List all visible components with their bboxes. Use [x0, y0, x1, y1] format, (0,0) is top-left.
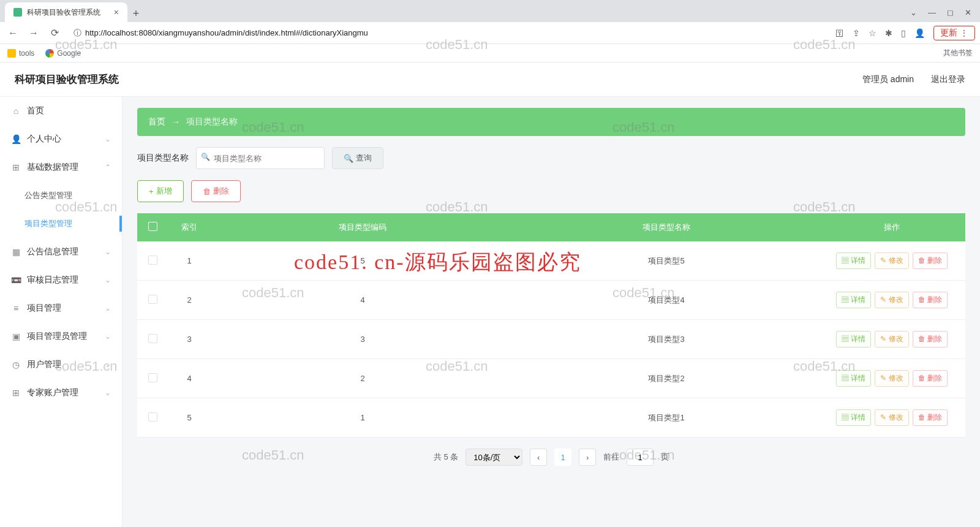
panel-icon[interactable]: ▯ — [901, 28, 906, 38]
edit-button[interactable]: ✎ 修改 — [875, 370, 908, 387]
edit-button[interactable]: ✎ 修改 — [875, 331, 908, 347]
share-icon[interactable]: ⇪ — [853, 28, 860, 38]
sidebar-item-1[interactable]: 👤个人中心⌄ — [0, 125, 122, 153]
star-icon[interactable]: ☆ — [869, 28, 876, 38]
extensions-icon[interactable]: ✱ — [885, 28, 892, 38]
bookmark-tools[interactable]: tools — [7, 49, 34, 58]
col-header: 操作 — [818, 213, 965, 241]
chevron-down-icon[interactable]: ⌄ — [910, 8, 917, 17]
sidebar-item-5[interactable]: ≡项目管理⌄ — [0, 294, 122, 322]
sidebar-item-7[interactable]: ◷用户管理⌄ — [0, 351, 122, 379]
delete-row-button[interactable]: 🗑 删除 — [913, 252, 948, 269]
goto-input[interactable] — [627, 449, 654, 466]
sidebar-item-6[interactable]: ▣项目管理员管理⌄ — [0, 322, 122, 351]
bookmark-other[interactable]: 其他书签 — [940, 48, 973, 58]
chevron-icon: ⌄ — [105, 332, 111, 341]
cell-index: 4 — [168, 359, 211, 398]
cell-name: 项目类型1 — [514, 398, 818, 438]
sidebar-subitem-1[interactable]: 项目类型管理 — [0, 210, 122, 238]
page-size-select[interactable]: 10条/页 — [466, 449, 522, 466]
row-checkbox[interactable] — [148, 295, 157, 304]
add-button[interactable]: + 新增 — [137, 180, 184, 202]
goto-suffix: 页 — [661, 452, 669, 463]
detail-button[interactable]: ▤ 详情 — [836, 370, 871, 387]
delete-row-button[interactable]: 🗑 删除 — [913, 409, 948, 426]
browser-tab[interactable]: 科研项目验收管理系统 × — [5, 2, 127, 22]
delete-row-button[interactable]: 🗑 删除 — [913, 331, 948, 347]
delete-button[interactable]: 🗑 删除 — [191, 180, 241, 202]
update-button[interactable]: 更新⋮ — [933, 26, 975, 40]
breadcrumb-home[interactable]: 首页 — [148, 116, 165, 127]
sidebar-item-label: 审核日志管理 — [27, 275, 78, 286]
minimize-icon[interactable]: — — [928, 8, 936, 17]
row-checkbox[interactable] — [148, 334, 157, 343]
forward-icon[interactable]: → — [26, 28, 42, 39]
maximize-icon[interactable]: ◻ — [947, 8, 954, 17]
close-window-icon[interactable]: ✕ — [965, 8, 971, 17]
sidebar-item-4[interactable]: 📼审核日志管理⌄ — [0, 266, 122, 294]
sidebar-item-8[interactable]: ⊞专家账户管理⌄ — [0, 379, 122, 407]
table-row: 24项目类型4▤ 详情✎ 修改🗑 删除 — [137, 281, 965, 320]
page-number[interactable]: 1 — [554, 449, 571, 466]
chevron-icon: ⌄ — [105, 360, 111, 369]
prev-page-icon[interactable]: ‹ — [530, 449, 547, 466]
sidebar-item-3[interactable]: ▦公告信息管理⌄ — [0, 238, 122, 266]
col-header: 项目类型编码 — [211, 213, 514, 241]
sidebar-subitem-0[interactable]: 公告类型管理 — [0, 181, 122, 210]
url-box[interactable]: ⓘ http://localhost:8080/xiangmuyanshou/a… — [67, 28, 831, 39]
search-button[interactable]: 🔍 查询 — [332, 147, 383, 169]
menu-icon: ⊞ — [11, 162, 21, 172]
address-bar: ← → ⟳ ⓘ http://localhost:8080/xiangmuyan… — [0, 22, 980, 44]
pagination: 共 5 条 10条/页 ‹ 1 › 前往 页 — [137, 438, 965, 477]
tab-title: 科研项目验收管理系统 — [27, 7, 100, 18]
detail-button[interactable]: ▤ 详情 — [836, 292, 871, 308]
cell-name: 项目类型5 — [514, 241, 818, 281]
sidebar-item-0[interactable]: ⌂首页 — [0, 97, 122, 125]
key-icon[interactable]: ⚿ — [835, 28, 844, 38]
reload-icon[interactable]: ⟳ — [47, 27, 62, 39]
main-content: 首页 → 项目类型名称 项目类型名称 🔍 查询 + 新增 🗑 删除 索引项目类型… — [123, 97, 980, 527]
menu-icon: ▣ — [11, 332, 21, 341]
delete-row-button[interactable]: 🗑 删除 — [913, 370, 948, 387]
bookmark-google[interactable]: Google — [45, 49, 81, 58]
url-text: http://localhost:8080/xiangmuyanshou/adm… — [85, 28, 368, 37]
detail-button[interactable]: ▤ 详情 — [836, 331, 871, 347]
cell-code: 5 — [211, 241, 514, 281]
edit-button[interactable]: ✎ 修改 — [875, 409, 908, 426]
menu-icon: ▦ — [11, 247, 21, 257]
select-all-checkbox[interactable] — [148, 222, 157, 231]
row-checkbox[interactable] — [148, 373, 157, 382]
sidebar-item-label: 项目管理 — [27, 303, 61, 314]
detail-button[interactable]: ▤ 详情 — [836, 252, 871, 269]
profile-icon[interactable]: 👤 — [914, 28, 925, 38]
next-page-icon[interactable]: › — [579, 449, 596, 466]
favicon-icon — [13, 8, 22, 17]
delete-row-button[interactable]: 🗑 删除 — [913, 292, 948, 308]
new-tab-button[interactable]: + — [127, 5, 145, 22]
logout-link[interactable]: 退出登录 — [931, 74, 965, 85]
sidebar-item-label: 专家账户管理 — [27, 387, 78, 398]
cell-index: 3 — [168, 320, 211, 359]
current-user[interactable]: 管理员 admin — [862, 74, 914, 85]
edit-button[interactable]: ✎ 修改 — [875, 292, 908, 308]
chevron-icon: ⌄ — [105, 304, 111, 313]
row-checkbox[interactable] — [148, 412, 157, 422]
edit-button[interactable]: ✎ 修改 — [875, 252, 908, 269]
cell-code: 4 — [211, 281, 514, 320]
cell-index: 5 — [168, 398, 211, 438]
back-icon[interactable]: ← — [5, 28, 21, 39]
cell-code: 1 — [211, 398, 514, 438]
site-info-icon[interactable]: ⓘ — [74, 28, 81, 39]
sidebar-item-label: 公告信息管理 — [27, 246, 78, 257]
row-checkbox[interactable] — [148, 256, 157, 265]
cell-name: 项目类型2 — [514, 359, 818, 398]
detail-button[interactable]: ▤ 详情 — [836, 409, 871, 426]
sidebar-item-2[interactable]: ⊞基础数据管理⌃ — [0, 153, 122, 181]
menu-icon: ⊞ — [11, 388, 21, 398]
folder-icon — [7, 49, 16, 58]
close-tab-icon[interactable]: × — [114, 7, 119, 17]
search-input[interactable] — [196, 147, 325, 169]
sidebar-item-label: 基础数据管理 — [27, 162, 78, 173]
breadcrumb-current: 项目类型名称 — [186, 116, 238, 127]
chevron-icon: ⌄ — [105, 389, 111, 397]
